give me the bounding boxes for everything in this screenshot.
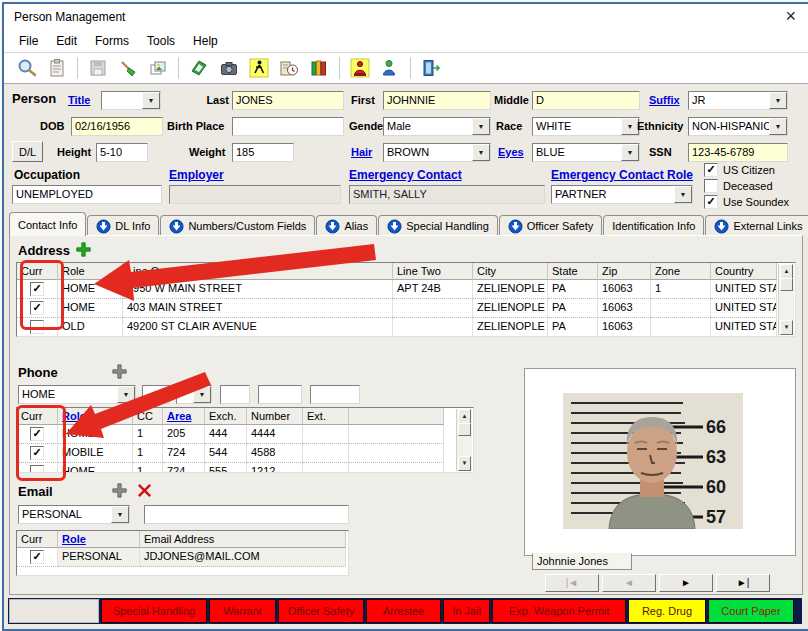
- column-header-exch-[interactable]: Exch.: [205, 408, 247, 425]
- table-cell[interactable]: HOME: [58, 299, 123, 318]
- column-header-role[interactable]: Role: [58, 263, 123, 280]
- menu-help[interactable]: Help: [184, 32, 227, 50]
- phone-type-select[interactable]: HOME▼: [18, 385, 136, 404]
- race-select[interactable]: WHITE▼: [532, 117, 640, 136]
- phone-ext-entry[interactable]: [310, 385, 360, 404]
- table-cell[interactable]: HOME: [58, 280, 123, 299]
- tab-officer-safety[interactable]: Officer Safety: [499, 215, 602, 236]
- height-field[interactable]: 5-10: [96, 143, 148, 162]
- table-cell[interactable]: [303, 444, 349, 463]
- email-role-select[interactable]: PERSONAL▼: [18, 505, 130, 524]
- table-cell[interactable]: 16063: [598, 280, 651, 299]
- emergency-contact-role-link[interactable]: Emergency Contact Role: [551, 168, 693, 182]
- schedule-icon[interactable]: [277, 56, 301, 80]
- phone-exchange-entry[interactable]: [220, 385, 250, 404]
- pedestrian-icon[interactable]: [247, 56, 271, 80]
- hair-link[interactable]: Hair: [351, 146, 372, 158]
- table-cell[interactable]: 16063: [598, 318, 651, 337]
- column-header-number[interactable]: Number: [247, 408, 303, 425]
- scroll-down-icon[interactable]: ▼: [780, 320, 793, 335]
- table-cell[interactable]: UNITED STATES: [711, 280, 777, 299]
- table-cell[interactable]: [393, 299, 473, 318]
- table-cell[interactable]: PA: [548, 318, 598, 337]
- row-checkbox[interactable]: ✓: [30, 282, 44, 296]
- column-header-role[interactable]: Role: [58, 531, 140, 548]
- tab-numbers-custom-fields[interactable]: Numbers/Custom Fields: [160, 215, 315, 236]
- tab-special-handling[interactable]: Special Handling: [378, 215, 498, 236]
- photo-caption-tab[interactable]: Johnnie Jones: [532, 553, 632, 570]
- column-header-link[interactable]: Area: [167, 410, 191, 422]
- eyes-link[interactable]: Eyes: [498, 146, 524, 158]
- next-record-button[interactable]: ►: [659, 574, 713, 592]
- exit-door-icon[interactable]: [419, 56, 443, 80]
- add-email-button[interactable]: [112, 483, 127, 498]
- column-header-line-two[interactable]: Line Two: [393, 263, 473, 280]
- row-checkbox[interactable]: [30, 320, 44, 334]
- status-court-paper[interactable]: Court Paper: [708, 599, 794, 623]
- suffix-link[interactable]: Suffix: [649, 94, 680, 106]
- table-cell[interactable]: HOME: [58, 463, 133, 473]
- employer-link[interactable]: Employer: [169, 168, 224, 182]
- chevron-down-icon[interactable]: ▼: [769, 92, 787, 109]
- person-add-icon[interactable]: [378, 56, 402, 80]
- column-header-link[interactable]: Role: [62, 533, 86, 545]
- booking-icon[interactable]: [348, 56, 372, 80]
- menu-forms[interactable]: Forms: [86, 32, 138, 50]
- title-select[interactable]: ▼: [101, 91, 161, 110]
- column-header-email-address[interactable]: Email Address: [140, 531, 346, 548]
- chevron-down-icon[interactable]: ▼: [193, 386, 211, 403]
- table-cell[interactable]: 724: [163, 444, 205, 463]
- clipboard-icon[interactable]: [45, 56, 69, 80]
- last-record-button[interactable]: ►|: [716, 574, 770, 592]
- scroll-up-icon[interactable]: ▲: [780, 264, 793, 279]
- table-cell[interactable]: 544: [205, 444, 247, 463]
- checkbox[interactable]: ✓: [704, 163, 718, 177]
- chevron-down-icon[interactable]: ▼: [117, 386, 135, 403]
- menu-file[interactable]: File: [10, 32, 47, 50]
- email-address-entry[interactable]: [144, 505, 349, 524]
- row-checkbox[interactable]: ✓: [30, 301, 44, 315]
- address-scrollbar[interactable]: ▲ ▼: [778, 264, 794, 335]
- column-header-zip[interactable]: Zip: [598, 263, 651, 280]
- table-cell[interactable]: [303, 463, 349, 473]
- gender-select[interactable]: Male▼: [383, 117, 491, 136]
- row-checkbox[interactable]: ✓: [30, 550, 44, 564]
- column-header-line-one[interactable]: Line One: [123, 263, 393, 280]
- table-cell[interactable]: 1: [651, 280, 711, 299]
- column-header-city[interactable]: City: [473, 263, 548, 280]
- table-cell[interactable]: 3950 W MAIN STREET: [123, 280, 393, 299]
- table-cell[interactable]: [651, 318, 711, 337]
- column-header-cc[interactable]: CC: [133, 408, 163, 425]
- broom-icon[interactable]: [116, 56, 140, 80]
- checkbox[interactable]: [704, 179, 718, 193]
- status-reg-drug[interactable]: Reg. Drug: [628, 599, 706, 623]
- tab-dl-info[interactable]: DL Info: [87, 215, 159, 236]
- scroll-up-icon[interactable]: ▲: [458, 409, 471, 424]
- phone-area-select[interactable]: ▼: [176, 385, 212, 404]
- scroll-down-icon[interactable]: ▼: [458, 456, 471, 471]
- hair-select[interactable]: BROWN▼: [383, 143, 491, 162]
- table-cell[interactable]: [303, 425, 349, 444]
- table-cell[interactable]: [393, 318, 473, 337]
- eyes-select[interactable]: BLUE▼: [532, 143, 640, 162]
- table-cell[interactable]: UNITED STATES: [711, 318, 777, 337]
- table-cell[interactable]: MOBILE: [58, 444, 133, 463]
- column-header-role[interactable]: Role: [58, 408, 133, 425]
- phone-cc-entry[interactable]: [142, 385, 170, 404]
- column-header-area[interactable]: Area: [163, 408, 205, 425]
- chevron-down-icon[interactable]: ▼: [472, 144, 490, 161]
- first-name-field[interactable]: JOHNNIE: [383, 91, 491, 110]
- row-checkbox[interactable]: [30, 465, 44, 473]
- table-cell[interactable]: ZELIENOPLE: [473, 318, 548, 337]
- tab-external-links[interactable]: External Links: [705, 215, 808, 236]
- phone-scrollbar[interactable]: ▲ ▼: [456, 409, 472, 471]
- table-cell[interactable]: ZELIENOPLE: [473, 299, 548, 318]
- chevron-down-icon[interactable]: ▼: [621, 144, 639, 161]
- emergency-contact-role-select[interactable]: PARTNER▼: [551, 185, 693, 204]
- table-cell[interactable]: 403 MAIN STREET: [123, 299, 393, 318]
- books-icon[interactable]: [307, 56, 331, 80]
- table-cell[interactable]: 555: [205, 463, 247, 473]
- photos-icon[interactable]: [146, 56, 170, 80]
- scroll-thumb[interactable]: [458, 423, 471, 436]
- column-header-country[interactable]: Country: [711, 263, 777, 280]
